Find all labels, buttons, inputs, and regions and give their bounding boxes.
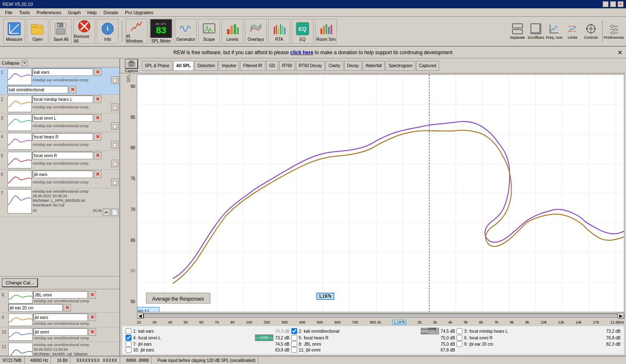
ir-windows-button[interactable]: IR Windows: [126, 19, 147, 44]
meas-name-input-sub[interactable]: [8, 86, 68, 93]
meas-remove-button[interactable]: ✕: [88, 328, 96, 336]
legend-check-5[interactable]: [291, 335, 297, 341]
meas-name-input[interactable]: [33, 68, 93, 76]
menu-donate[interactable]: Donate: [100, 9, 121, 16]
donation-link[interactable]: click here: [290, 50, 313, 55]
legend-check-6[interactable]: [457, 335, 462, 341]
overlays-button[interactable]: Overlays: [245, 19, 267, 44]
erb-button-4[interactable]: —ERB—: [255, 334, 273, 341]
meas-copy-button[interactable]: 📄: [111, 208, 119, 216]
save-all-button[interactable]: Save All: [50, 19, 72, 44]
open-button[interactable]: Open: [27, 19, 48, 44]
legend-check-7[interactable]: [126, 341, 131, 347]
meas-name-input[interactable]: [33, 314, 88, 321]
meas-edit-button[interactable]: ✏: [103, 208, 110, 216]
meas-name-input-sub[interactable]: [8, 304, 63, 311]
meas-remove-button[interactable]: ✕: [94, 114, 101, 122]
preferences-button[interactable]: Preferences: [605, 19, 623, 44]
menu-file[interactable]: File: [2, 9, 16, 16]
legend-check-3[interactable]: [457, 328, 462, 334]
menu-preferences[interactable]: Preferences: [33, 9, 64, 16]
x-scrollbar-track[interactable]: [144, 314, 618, 318]
meas-name-input[interactable]: [33, 114, 93, 122]
meas-remove-button[interactable]: ✕: [94, 133, 101, 141]
generator-button[interactable]: Generator: [175, 19, 197, 44]
tab-gd[interactable]: GD: [266, 61, 278, 71]
eq-button[interactable]: EQ EQ: [292, 19, 313, 44]
meas-name-input[interactable]: [33, 95, 93, 103]
separate-button[interactable]: Separate: [509, 19, 526, 44]
donation-close-button[interactable]: ✕: [618, 49, 623, 56]
meas-info-button[interactable]: 📋: [111, 141, 119, 148]
scope-button[interactable]: Scope: [198, 19, 220, 44]
meas-remove-button[interactable]: ✕: [88, 314, 96, 321]
tab-distortion[interactable]: Distortion: [194, 61, 218, 71]
meas-name-input[interactable]: [33, 291, 88, 299]
x-scrollbar[interactable]: ◀ ▶: [137, 312, 624, 319]
change-cal-button[interactable]: Change Cal...: [2, 278, 38, 287]
chart-svg[interactable]: 60,11 Average the Responses: [137, 74, 624, 312]
legend-check-4[interactable]: [126, 335, 131, 341]
info-button[interactable]: i Info: [97, 19, 119, 44]
meas-remove-button[interactable]: ✕: [94, 171, 101, 178]
minimize-button[interactable]: _: [603, 1, 608, 7]
levels-button[interactable]: Levels: [222, 19, 243, 44]
meas-name-input[interactable]: [33, 133, 93, 141]
meas-info-button[interactable]: 📋: [111, 103, 119, 111]
tab-rt60-decay[interactable]: RT60 Decay: [296, 61, 325, 71]
tab-clarity[interactable]: Clarity: [326, 61, 343, 71]
tab-all-spl[interactable]: All SPL: [173, 61, 194, 71]
meas-info-button[interactable]: 📋: [111, 122, 119, 130]
meas-remove-button[interactable]: ✕: [88, 291, 96, 299]
remove-all-button[interactable]: Remove All: [73, 19, 95, 44]
room-sim-button[interactable]: Room Sim: [315, 19, 337, 44]
tab-rt60[interactable]: RT60: [279, 61, 295, 71]
legend-db-3: 73,2 dB: [606, 329, 621, 334]
tab-decay[interactable]: Decay: [344, 61, 362, 71]
tab-impulse[interactable]: Impulse: [219, 61, 239, 71]
menu-graph[interactable]: Graph: [65, 9, 84, 16]
scroll-right-button[interactable]: ▶: [618, 313, 624, 319]
menu-tools[interactable]: Tools: [16, 9, 33, 16]
meas-name-input[interactable]: [33, 171, 93, 178]
tab-captured[interactable]: Captured: [416, 61, 439, 71]
legend-col-10: 10: jbl ears 63,8 dB: [126, 347, 290, 353]
meas-remove-sub-button[interactable]: ✕: [63, 304, 71, 311]
spl-meter-button[interactable]: dB SPL 83 SPL Meter: [149, 19, 173, 44]
rta-button[interactable]: RTA: [268, 19, 290, 44]
meas-remove-button[interactable]: ✕: [94, 152, 101, 159]
tab-filtered-ir[interactable]: Filtered IR: [240, 61, 265, 71]
meas-info-button[interactable]: 📋: [111, 178, 119, 186]
scroll-left-button[interactable]: ◀: [137, 313, 144, 319]
legend-check-1[interactable]: [126, 328, 131, 334]
meas-name-input[interactable]: [33, 152, 93, 159]
meas-remove-sub-button[interactable]: ✕: [69, 86, 76, 93]
legend-check-9[interactable]: [457, 341, 462, 347]
capture-button[interactable]: Capture: [122, 59, 141, 73]
collapse-button[interactable]: Collapse: [0, 58, 119, 68]
tab-spectrogram[interactable]: Spectrogram: [386, 61, 415, 71]
meas-info-button[interactable]: 📋: [111, 76, 119, 84]
scrollbars-button[interactable]: Scrollbars: [527, 19, 545, 44]
legend-check-8[interactable]: [291, 341, 297, 347]
menu-pro-upgrades[interactable]: Pro Upgrades: [121, 9, 156, 16]
meas-info-button[interactable]: 📋: [111, 160, 119, 167]
menu-help[interactable]: Help: [84, 9, 100, 16]
legend-check-10[interactable]: [126, 347, 131, 353]
tab-spl-phase[interactable]: SPL & Phase: [142, 61, 172, 71]
meas-remove-button[interactable]: ✕: [94, 95, 101, 103]
maximize-button[interactable]: □: [610, 1, 616, 7]
controls-button[interactable]: Controls: [582, 19, 600, 44]
limits-button[interactable]: Limits: [564, 19, 581, 44]
close-button[interactable]: ✕: [618, 1, 623, 7]
freq-axis-button[interactable]: Freq. Axis: [545, 19, 563, 44]
legend-check-2[interactable]: [291, 328, 297, 334]
tab-waterfall[interactable]: Waterfall: [363, 61, 385, 71]
x-label: 900 1k: [370, 320, 381, 324]
meas-name-input[interactable]: [33, 328, 88, 336]
erb-button-2[interactable]: ——ERB——: [421, 328, 439, 334]
meas-remove-button[interactable]: ✕: [94, 68, 101, 76]
chart-main[interactable]: 60,11 Average the Responses 1,197k: [137, 74, 624, 312]
legend-check-11[interactable]: [291, 347, 297, 353]
measure-button[interactable]: Measure: [3, 19, 25, 44]
